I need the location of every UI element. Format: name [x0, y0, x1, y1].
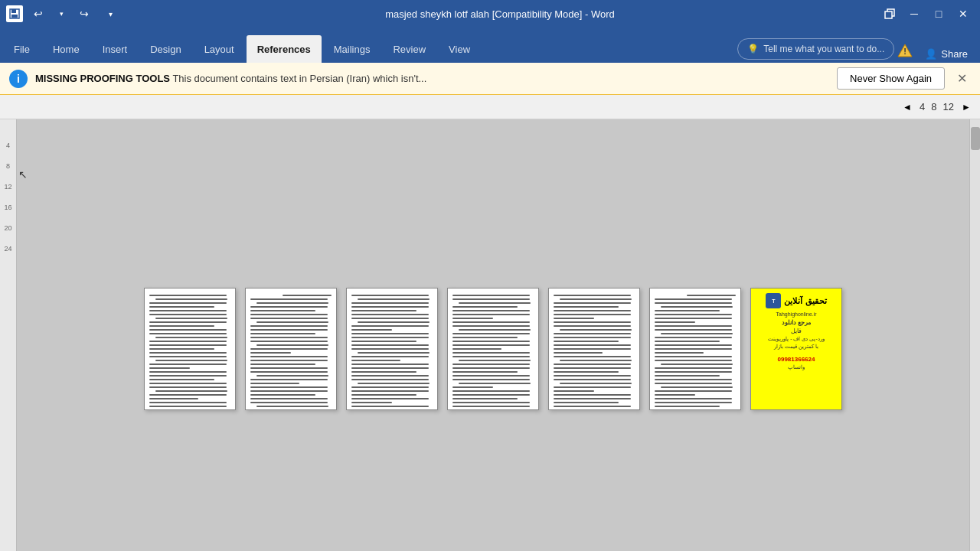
text-line: [655, 356, 732, 357]
tab-mailings[interactable]: Mailings: [323, 35, 381, 63]
text-line: [554, 409, 631, 410]
text-line: [250, 394, 315, 396]
toolbar-row: ◄ 4 8 12 ►: [0, 95, 980, 119]
text-line: [250, 298, 328, 300]
page-thumb-4: [447, 288, 539, 410]
text-line: [655, 371, 732, 373]
tab-home[interactable]: Home: [42, 35, 90, 63]
info-close-button[interactable]: ✕: [952, 70, 971, 88]
nav-next-button[interactable]: ►: [959, 99, 974, 115]
undo-dropdown[interactable]: ▾: [51, 3, 72, 24]
text-line: [452, 402, 530, 403]
text-line: [250, 310, 315, 311]
text-line: [655, 394, 695, 396]
ad-content: T تحقیق آنلاین Tahghighonline.ir مرجع دا…: [751, 289, 841, 409]
text-line: [256, 321, 328, 323]
share-button[interactable]: 👤 Share: [916, 48, 977, 60]
text-line: [655, 302, 732, 304]
text-line: [149, 375, 227, 377]
page-thumb-5: [548, 288, 640, 410]
tell-me-input[interactable]: 💡 Tell me what you want to do...: [737, 38, 894, 60]
text-line: [554, 318, 594, 319]
text-line: [351, 394, 416, 396]
text-line: [655, 406, 720, 407]
text-line: [655, 409, 732, 410]
text-line: [655, 298, 732, 300]
svg-rect-1: [11, 9, 16, 13]
text-line: [554, 295, 631, 296]
text-line: [554, 379, 631, 380]
tab-view[interactable]: View: [438, 35, 481, 63]
nav-prev-button[interactable]: ◄: [900, 99, 915, 115]
page-thumb-1: [144, 288, 236, 410]
page-1-content: [145, 289, 235, 410]
text-line: [351, 367, 429, 369]
text-line: [149, 394, 227, 396]
ad-call: واتساپ: [788, 364, 805, 370]
ad-logo-box: T: [766, 293, 781, 308]
ad-line1: مرجع دانلود: [782, 319, 811, 326]
text-line: [351, 402, 392, 403]
text-line: [351, 302, 429, 304]
tab-references[interactable]: References: [247, 35, 322, 63]
redo-button[interactable]: ↪: [74, 3, 95, 24]
text-line: [149, 402, 227, 403]
text-line: [351, 329, 392, 331]
warning-icon: !: [896, 41, 914, 60]
text-line: [256, 375, 328, 377]
tab-design[interactable]: Design: [139, 35, 191, 63]
minimize-button[interactable]: ─: [903, 3, 925, 24]
text-line: [655, 337, 732, 338]
text-line: [554, 364, 631, 365]
close-button[interactable]: ✕: [952, 3, 974, 24]
never-show-button[interactable]: Never Show Again: [837, 67, 945, 90]
tab-review[interactable]: Review: [382, 35, 436, 63]
ad-site-url: Tahghighonline.ir: [776, 311, 817, 317]
text-line: [250, 306, 328, 308]
text-line: [655, 360, 732, 361]
text-line: [149, 348, 214, 350]
page-nav: ◄ 4 8 12 ►: [900, 99, 974, 115]
restore-down-icon[interactable]: [879, 3, 900, 24]
svg-text:!: !: [903, 47, 906, 56]
text-line: [554, 306, 619, 308]
info-bold-text: MISSING PROOFING TOOLS: [35, 73, 170, 84]
right-scrollbar[interactable]: [969, 119, 980, 551]
scrollbar-thumb[interactable]: [971, 127, 980, 150]
text-line: [250, 360, 328, 361]
maximize-button[interactable]: □: [928, 3, 949, 24]
tab-layout[interactable]: Layout: [194, 35, 245, 63]
text-line: [250, 318, 328, 319]
text-line: [250, 341, 328, 342]
text-line: [149, 352, 227, 354]
text-line: [560, 298, 631, 300]
text-line: [452, 295, 530, 296]
text-line: [149, 321, 227, 323]
share-label: Share: [941, 48, 968, 60]
text-line: [149, 329, 227, 331]
info-message: MISSING PROOFING TOOLS This document con…: [35, 73, 829, 84]
text-line: [560, 360, 631, 361]
ribbon: File Home Insert Design Layout Reference…: [0, 28, 980, 63]
text-line: [358, 352, 429, 354]
text-line: [452, 386, 493, 388]
tab-insert[interactable]: Insert: [92, 35, 139, 63]
ad-logo-text: T: [772, 298, 775, 304]
save-icon[interactable]: [6, 5, 23, 22]
undo-button[interactable]: ↩: [28, 3, 49, 24]
text-line: [554, 341, 619, 342]
tab-file[interactable]: File: [3, 35, 41, 63]
ad-line3: ورد-پی دی اف - پاورپوینت: [768, 336, 824, 342]
text-line: [250, 348, 328, 350]
text-line: [452, 364, 530, 365]
text-line: [452, 314, 530, 315]
document-title: masjed sheykh lotf alah [Compatibility M…: [121, 8, 879, 20]
text-line: [351, 295, 429, 296]
text-line: [554, 398, 631, 399]
text-line: [155, 337, 227, 338]
text-line: [351, 348, 429, 350]
text-line: [155, 298, 227, 300]
text-line: [655, 390, 732, 392]
customize-qat[interactable]: ▾: [100, 3, 121, 24]
text-line: [351, 386, 429, 388]
